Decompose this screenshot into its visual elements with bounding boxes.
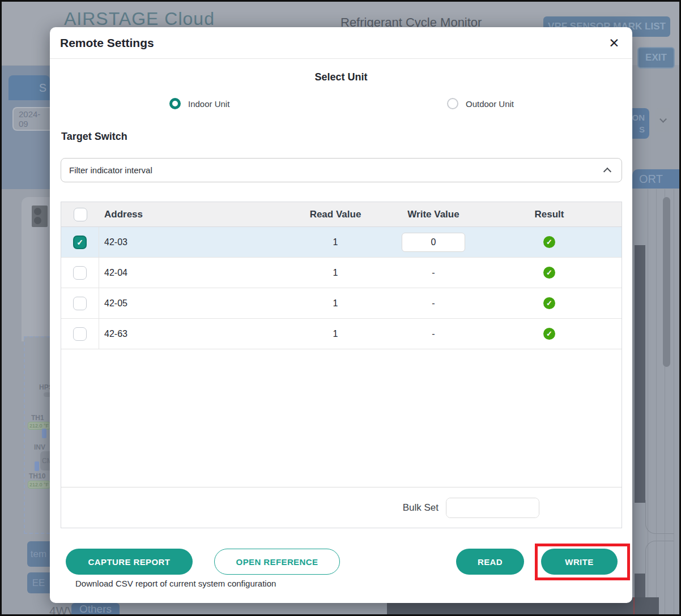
switch-table: Address Read Value Write Value Result ✓ … [61, 202, 622, 528]
s-fragment: S [639, 123, 645, 135]
divider [50, 58, 632, 59]
open-reference-button[interactable]: OPEN REFERENCE [214, 549, 340, 575]
export-tab-fragment[interactable]: ORT [632, 169, 681, 189]
th1-temp-badge: 212.0 °F [28, 422, 50, 430]
backdrop-gridline [674, 189, 674, 616]
radio-selected-icon [169, 98, 181, 109]
select-unit-heading: Select Unit [50, 71, 632, 83]
table-empty-area [61, 349, 622, 487]
close-icon[interactable]: ✕ [605, 34, 623, 52]
backdrop-red-tick [633, 597, 635, 616]
bulk-set-group: ↑ [446, 498, 539, 518]
th10-label: TH10 [29, 472, 45, 480]
chevron-up-icon [603, 168, 611, 176]
radio-indoor-unit[interactable]: Indoor Unit [169, 98, 229, 109]
cell-write-value: - [391, 268, 476, 278]
bulk-set-input[interactable] [446, 498, 539, 517]
scrollbar-thumb[interactable] [663, 197, 670, 367]
inv-label: INV [34, 443, 45, 451]
cell-address: 42-04 [99, 268, 280, 278]
others-tab[interactable]: Others [71, 603, 120, 616]
backdrop-dropdown-button[interactable] [655, 108, 671, 132]
table-header-row: Address Read Value Write Value Result [61, 202, 622, 227]
table-row: 42-04 1 - ✓ [61, 258, 622, 288]
table-row: ✓ 42-03 1 ✓ [61, 227, 622, 258]
col-address: Address [99, 209, 280, 220]
cell-write-value: - [391, 298, 476, 309]
target-switch-dropdown[interactable]: Filter indicator interval [61, 158, 622, 182]
dialog-title: Remote Settings [60, 36, 154, 50]
date-picker-field[interactable]: 2024-09 [12, 107, 50, 131]
cell-read-value: 1 [280, 268, 391, 278]
radio-label: Outdoor Unit [466, 99, 514, 109]
csv-caption: Download CSV report of current system co… [75, 579, 276, 588]
radio-label: Indoor Unit [188, 99, 229, 109]
cell-address: 42-63 [99, 329, 280, 339]
write-button[interactable]: WRITE [541, 549, 618, 575]
bulk-set-label: Bulk Set [403, 502, 439, 514]
outdoor-unit-icon [32, 206, 48, 227]
pipe-icon [35, 461, 39, 471]
backdrop-pipe-curve [645, 500, 674, 534]
temp-button-fragment[interactable]: tem [27, 541, 50, 567]
bulk-set-row: Bulk Set ↑ [61, 487, 622, 528]
backdrop-left-tab[interactable]: S [8, 75, 50, 100]
cell-read-value: 1 [280, 298, 391, 309]
col-result: Result [476, 209, 623, 220]
row-checkbox[interactable] [73, 327, 87, 341]
pipe-icon [42, 429, 46, 438]
table-row: 42-05 1 - ✓ [61, 288, 622, 319]
on-fragment: ON [632, 112, 645, 123]
success-check-icon: ✓ [543, 328, 555, 340]
cell-write-value: - [391, 329, 476, 339]
app-screen: AIRSTAGE Cloud Refrigerant Cycle Monitor… [0, 0, 681, 616]
row-checkbox[interactable]: ✓ [73, 236, 87, 249]
cell-address: 42-03 [99, 237, 280, 247]
radio-outdoor-unit[interactable]: Outdoor Unit [447, 98, 514, 109]
table-row: 42-63 1 - ✓ [61, 319, 622, 349]
row-checkbox[interactable] [73, 266, 87, 280]
target-switch-heading: Target Switch [61, 131, 127, 143]
eev-button-fragment[interactable]: EE [27, 572, 50, 593]
success-check-icon: ✓ [543, 236, 555, 248]
radio-unselected-icon [447, 98, 458, 109]
cell-read-value: 1 [280, 329, 391, 339]
airstage-cloud-logo: AIRSTAGE Cloud [64, 8, 215, 29]
success-check-icon: ✓ [543, 267, 555, 279]
backdrop-dark-panel [635, 245, 645, 503]
th10-temp-badge: 212.0 °F [28, 481, 50, 489]
backdrop-pipe-curve [645, 541, 674, 574]
dropdown-value: Filter indicator interval [69, 165, 605, 175]
compressor-box: CM [40, 451, 50, 470]
col-read-value: Read Value [280, 209, 391, 220]
cell-read-value: 1 [280, 237, 391, 247]
read-button[interactable]: READ [456, 549, 524, 575]
th1-label: TH1 [31, 414, 44, 422]
chevron-down-icon [659, 116, 667, 123]
remote-settings-dialog: Remote Settings ✕ Select Unit Indoor Uni… [50, 27, 632, 603]
cell-address: 42-05 [99, 298, 280, 309]
exit-button[interactable]: EXIT [637, 47, 675, 69]
backdrop-dark-panel [635, 574, 645, 598]
capture-report-button[interactable]: CAPTURE REPORT [66, 549, 193, 575]
row-checkbox[interactable] [73, 297, 87, 310]
write-value-input[interactable] [402, 233, 465, 252]
success-check-icon: ✓ [543, 297, 555, 309]
select-all-checkbox[interactable] [74, 208, 87, 221]
col-write-value: Write Value [391, 209, 476, 220]
